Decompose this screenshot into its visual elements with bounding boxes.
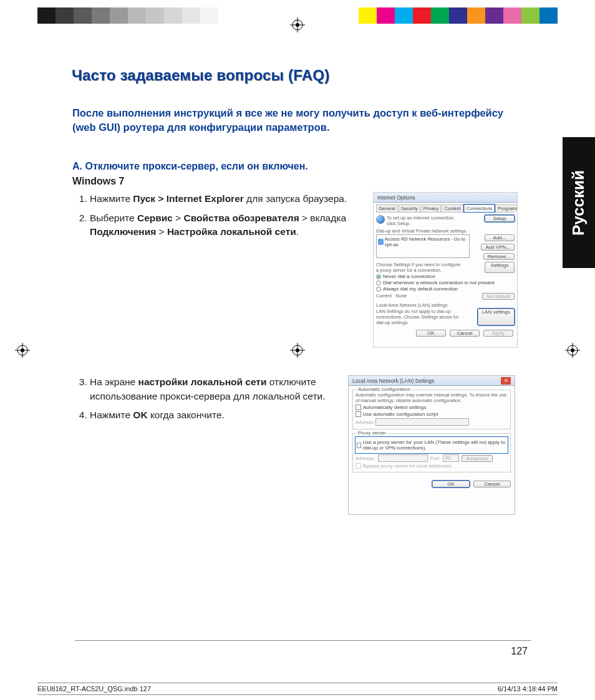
tab-privacy[interactable]: Privacy xyxy=(421,204,442,212)
remove-button[interactable]: Remove... xyxy=(483,253,515,260)
footer-datetime: 6/14/13 4:18:44 PM xyxy=(498,685,558,693)
globe-icon xyxy=(376,215,385,224)
auto-detect-checkbox[interactable]: Automatically detect settings xyxy=(356,405,508,410)
proxy-address-label: Address: xyxy=(356,456,375,461)
tabs-row: GeneralSecurityPrivacyContentConnections… xyxy=(376,204,515,213)
page-content: Часто задаваемые вопросы (FAQ) Часто зад… xyxy=(72,50,531,672)
registration-mark-icon xyxy=(565,343,580,358)
apply-button: Apply xyxy=(483,330,513,337)
steps-list-b: На экране настройки локальной сети отклю… xyxy=(72,375,341,515)
tab-security[interactable]: Security xyxy=(399,204,420,212)
use-proxy-checkbox[interactable]: Use a proxy server for your LAN (These s… xyxy=(357,439,506,451)
setup-button[interactable]: Setup xyxy=(485,215,515,222)
page-number: 127 xyxy=(511,646,528,657)
tab-content[interactable]: Content xyxy=(442,204,463,212)
dialog-title: Local Area Network (LAN) Settings xyxy=(352,378,434,384)
step-item: Выберите Сервис > Свойства обозревателя … xyxy=(90,211,365,239)
proxy-server-group: Proxy server Use a proxy server for your… xyxy=(352,433,511,472)
tab-programs[interactable]: Programs xyxy=(495,204,518,212)
ok-button[interactable]: OK xyxy=(416,330,446,337)
cancel-button[interactable]: Cancel xyxy=(473,481,511,487)
screenshot-lan-settings: Local Area Network (LAN) Settings✕ Autom… xyxy=(348,375,515,515)
address-label: Address xyxy=(356,420,374,425)
dialup-listbox[interactable]: Access RD Network Resources - Go to vpn.… xyxy=(376,234,470,258)
add-vpn-button[interactable]: Add VPN... xyxy=(481,244,515,251)
auto-script-checkbox[interactable]: Use automatic configuration script xyxy=(356,411,508,417)
print-footer: EEU8162_RT-AC52U_QSG.indb 127 6/14/13 4:… xyxy=(37,685,558,693)
auto-config-text: Automatic configuration may override man… xyxy=(356,392,508,403)
bypass-proxy-checkbox: Bypass proxy server for local addresses xyxy=(356,463,508,469)
step-item: Нажмите Пуск > Internet Explorer для зап… xyxy=(90,192,365,206)
page-title: Часто задаваемые вопросы (FAQ) Часто зад… xyxy=(72,67,531,85)
language-tab: Русский xyxy=(563,137,595,268)
language-label: Русский xyxy=(569,170,589,235)
script-address-field xyxy=(375,418,469,426)
registration-mark-icon xyxy=(15,343,30,358)
proxy-port-label: Port: xyxy=(430,456,441,461)
registration-mark-icon xyxy=(290,17,305,32)
footer-rule xyxy=(75,640,531,641)
automatic-config-group: Automatic configuration Automatic config… xyxy=(352,390,511,429)
section-a-heading: A. Отключите прокси-сервер, если он вклю… xyxy=(72,161,531,172)
close-icon[interactable]: ✕ xyxy=(501,377,511,385)
footer-file: EEU8162_RT-AC52U_QSG.indb 127 xyxy=(37,685,151,693)
settings-button[interactable]: Settings xyxy=(485,262,515,273)
step-item: На экране настройки локальной сети отклю… xyxy=(90,375,341,403)
radio-never-dial[interactable]: Never dial a connection xyxy=(376,274,515,279)
group-label: Dial-up and Virtual Private Network sett… xyxy=(376,228,515,234)
step-item: Нажмите OK когда закончите. xyxy=(90,408,341,422)
question-heading: После выполнения инструкций я все же не … xyxy=(72,106,509,135)
ok-button[interactable]: OK xyxy=(432,481,470,487)
os-label: Windows 7 xyxy=(72,176,531,187)
add-button[interactable]: Add... xyxy=(485,234,515,241)
color-bar-right xyxy=(359,7,558,24)
lan-settings-button[interactable]: LAN settings xyxy=(478,309,515,325)
proxy-port-field: 80 xyxy=(443,454,459,462)
color-bar-left xyxy=(37,7,236,24)
setup-text: To set up an Internet connection, click … xyxy=(387,215,462,226)
choose-settings-text: Choose Settings if you need to configure… xyxy=(376,262,463,273)
advanced-button: Advanced xyxy=(462,455,493,462)
lan-settings-text: LAN Settings do not apply to dial-up con… xyxy=(376,309,463,325)
set-default-button: Set default xyxy=(482,293,515,300)
link-icon xyxy=(378,239,384,245)
tab-general[interactable]: General xyxy=(376,204,398,212)
proxy-address-field xyxy=(378,454,428,462)
steps-list-a: Нажмите Пуск > Internet Explorer для зап… xyxy=(72,192,365,348)
radio-dial-when-absent[interactable]: Dial whenever a network connection is no… xyxy=(376,280,515,285)
radio-always-dial[interactable]: Always dial my default connection xyxy=(376,286,515,292)
group-label: Local Area Network (LAN) settings xyxy=(376,302,515,308)
cancel-button[interactable]: Cancel xyxy=(450,330,480,337)
tab-connections[interactable]: Connections xyxy=(464,204,495,212)
dialog-title: Internet Options xyxy=(377,194,415,201)
screenshot-internet-options: Internet Options GeneralSecurityPrivacyC… xyxy=(373,192,518,348)
